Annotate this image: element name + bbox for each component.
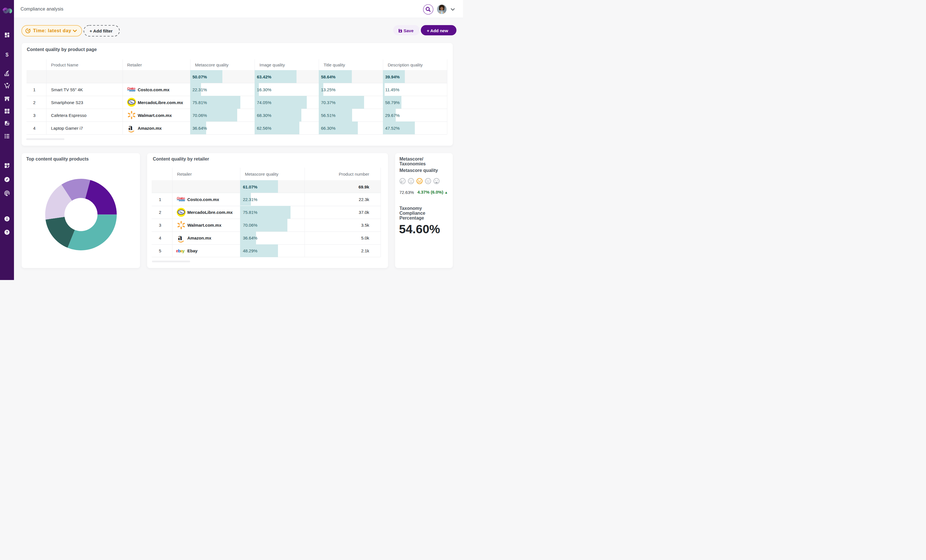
svg-text:?: ?	[6, 230, 8, 235]
svg-text:$: $	[5, 51, 9, 58]
